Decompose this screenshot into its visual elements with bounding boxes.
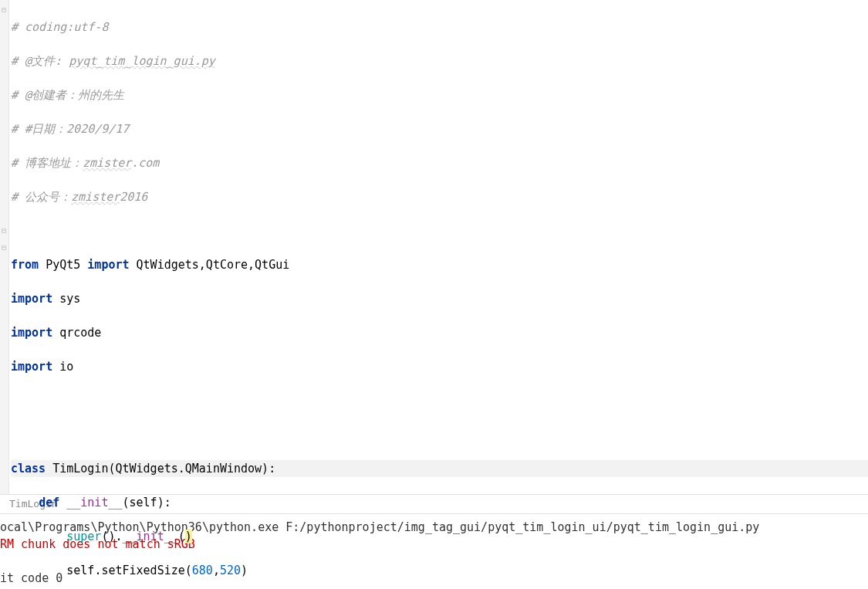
fold-icon[interactable]: ⊟ (2, 222, 6, 239)
gutter: ⊟ ⊟ ⊟ (0, 0, 9, 494)
builtin-super: super (66, 530, 101, 543)
keyword-from: from (11, 258, 39, 272)
keyword-import: import (11, 326, 52, 340)
keyword-class: class (11, 462, 46, 476)
keyword-import: import (87, 258, 129, 272)
comment: # 公众号：zmister2016 (11, 190, 147, 204)
comment: # @创建者：州的先生 (11, 88, 124, 102)
fold-icon[interactable]: ⊟ (2, 239, 6, 256)
comment: # 博客地址：zmister.com (11, 156, 159, 170)
dunder-init: __init__ (66, 496, 122, 509)
fold-icon[interactable]: ⊟ (2, 2, 6, 19)
keyword-import: import (11, 360, 52, 374)
comment: # @文件: pyqt_tim_login_gui.py (11, 54, 215, 68)
current-line: class TimLogin(QtWidgets.QMainWindow): (11, 460, 868, 477)
code-editor[interactable]: ⊟ ⊟ ⊟ # coding:utf-8 # @文件: pyqt_tim_log… (0, 0, 868, 494)
comment: # coding:utf-8 (11, 20, 108, 34)
keyword-def: def (39, 496, 59, 509)
paren-match: ) (185, 530, 192, 543)
keyword-import: import (11, 292, 52, 306)
comment: # #日期：2020/9/17 (11, 122, 129, 136)
code-content[interactable]: # coding:utf-8 # @文件: pyqt_tim_login_gui… (0, 0, 868, 589)
